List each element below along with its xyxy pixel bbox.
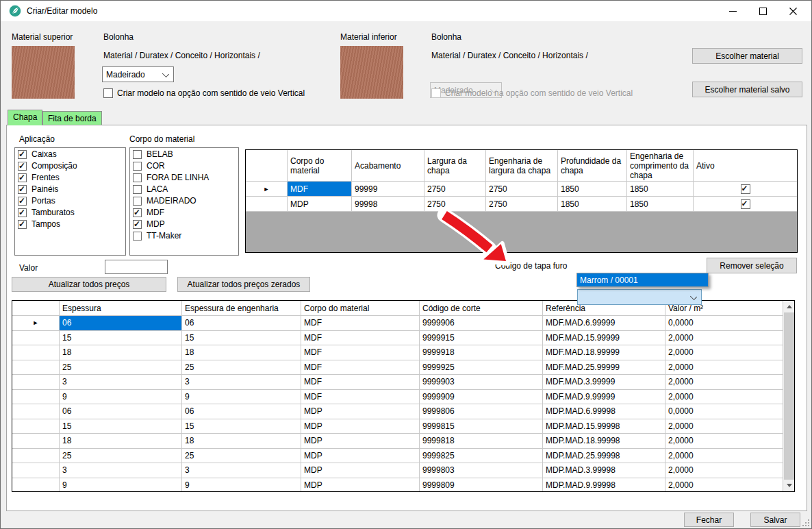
list-item[interactable]: Tamburatos (15, 206, 125, 218)
table-row[interactable]: ►0606MDF9999906MDF.MAD.6.999990,0000 (12, 316, 783, 331)
grid-cell[interactable]: 2,0000 (665, 345, 783, 360)
grid-cell[interactable]: MDF.MAD.25.99999 (543, 360, 665, 376)
grid-cell[interactable]: MDF (301, 345, 420, 360)
escolher-material-salvo-button[interactable]: Escolher material salvo (692, 82, 802, 97)
row-selector-cell[interactable] (12, 390, 60, 405)
material-inferior-swatch[interactable] (340, 46, 403, 99)
grid-cell[interactable]: 06 (60, 316, 182, 331)
grid-cell[interactable]: MDP.MAD.15.99998 (543, 419, 665, 434)
grid-cell[interactable]: MDF.MAD.15.99999 (543, 331, 665, 346)
grid-cell[interactable]: MDP (301, 404, 420, 419)
grid-cell[interactable]: 9999918 (420, 345, 543, 360)
grid-cell[interactable]: 2,0000 (665, 463, 783, 478)
grid-cell[interactable]: MDF (288, 182, 352, 197)
grid-cell[interactable]: 2,0000 (665, 434, 783, 449)
list-item[interactable]: Composição (15, 160, 125, 171)
column-header[interactable]: Corpo do material (301, 301, 420, 316)
tab-chapa[interactable]: Chapa (8, 110, 42, 125)
chapas-grid[interactable]: Corpo do materialAcabamentoLargura da ch… (245, 149, 798, 253)
table-row[interactable]: 1818MDP9999818MDP.MAD.18.999982,0000 (12, 434, 783, 449)
column-header[interactable]: Acabamento (352, 150, 424, 182)
grid-cell[interactable]: 9999825 (420, 449, 543, 464)
list-item[interactable]: MADEIRADO (130, 195, 238, 206)
atualizar-precos-button[interactable]: Atualizar todos preços (12, 277, 166, 292)
grid-cell[interactable]: 9999809 (420, 478, 543, 492)
grid-cell[interactable]: MDP.MAD.18.99998 (543, 434, 665, 449)
table-row[interactable]: 1515MDF9999915MDF.MAD.15.999992,0000 (12, 331, 783, 346)
grid-cell[interactable]: MDP (301, 434, 420, 449)
resize-grip-icon[interactable] (802, 519, 809, 526)
row-selector-cell[interactable] (12, 463, 60, 478)
row-selector-cell[interactable] (12, 360, 60, 376)
grid-cell[interactable]: 25 (60, 360, 182, 376)
row-selector-cell[interactable]: ► (12, 316, 60, 331)
precos-grid[interactable]: EspessuraEspessura de engenhariaCorpo do… (12, 300, 795, 492)
grid-cell[interactable]: 2,0000 (665, 360, 783, 376)
grid-cell[interactable]: MDP (301, 463, 420, 478)
row-selector-cell[interactable] (12, 449, 60, 464)
grid-cell[interactable]: 15 (60, 419, 182, 434)
grid-cell[interactable]: MDP.MAD.6.99998 (543, 404, 665, 419)
grid-cell[interactable]: MDP (301, 478, 420, 492)
column-header[interactable]: Largura da chapa (424, 150, 486, 182)
table-row[interactable]: 99MDP9999809MDP.MAD.9.999982,0000 (12, 478, 783, 492)
tab-fita-de-borda[interactable]: Fita de borda (42, 111, 102, 125)
grid-cell[interactable]: MDP.MAD.3.99998 (543, 463, 665, 478)
list-item[interactable]: COR (130, 160, 238, 171)
grid-cell[interactable]: 99999 (352, 182, 424, 197)
grid-cell[interactable]: MDF (301, 316, 420, 331)
dropdown-option-marrom[interactable]: Marrom / 00001 (577, 273, 708, 286)
atualizar-precos-zerados-button[interactable]: Atualizar todos preços zerados (177, 277, 310, 292)
list-item[interactable]: Painéis (15, 183, 125, 195)
grid-cell[interactable]: MDF.MAD.3.99999 (543, 375, 665, 390)
grid-cell[interactable]: MDF (301, 390, 420, 405)
grid-cell[interactable]: 99998 (352, 197, 424, 212)
finish-combobox[interactable]: Madeirado (102, 66, 174, 82)
row-selector-cell[interactable] (12, 419, 60, 434)
escolher-material-button[interactable]: Escolher material (692, 48, 802, 64)
grid-cell[interactable]: 9 (60, 478, 182, 492)
row-selector-cell[interactable] (246, 197, 288, 212)
grid-cell[interactable]: 15 (60, 331, 182, 346)
table-row[interactable]: 0606MDP9999806MDP.MAD.6.999980,0000 (12, 404, 783, 419)
grid-cell[interactable]: MDP (288, 197, 352, 212)
grid-cell[interactable]: MDF.MAD.6.99999 (543, 316, 665, 331)
table-row[interactable]: MDP999982750275018501850 (246, 197, 797, 212)
grid-cell[interactable]: 18 (60, 434, 182, 449)
grid-cell[interactable]: 2,0000 (665, 449, 783, 464)
grid-cell[interactable]: MDP (301, 419, 420, 434)
grid-cell[interactable]: MDF.MAD.9.99999 (543, 390, 665, 405)
grid-cell[interactable]: MDF (301, 375, 420, 390)
column-header[interactable]: Espessura de engenharia (182, 301, 301, 316)
grid-cell[interactable]: 06 (182, 404, 301, 419)
tapa-furo-combobox[interactable] (577, 289, 702, 305)
grid-cell[interactable]: 9999815 (420, 419, 543, 434)
grid-cell[interactable]: 9999903 (420, 375, 543, 390)
row-selector-cell[interactable] (12, 404, 60, 419)
grid-cell[interactable]: 2,0000 (665, 375, 783, 390)
grid-cell[interactable]: 2750 (486, 182, 558, 197)
column-header[interactable]: Profundidade da chapa (558, 150, 627, 182)
scrollbar-thumb[interactable] (784, 312, 794, 480)
row-selector-cell[interactable] (12, 434, 60, 449)
row-selector-cell[interactable] (12, 345, 60, 360)
grid-cell[interactable]: 9999906 (420, 316, 543, 331)
grid-cell[interactable]: 0,0000 (665, 316, 783, 331)
grid-cell[interactable]: 3 (60, 463, 182, 478)
table-row[interactable]: 2525MDF9999925MDF.MAD.25.999992,0000 (12, 360, 783, 376)
close-icon[interactable] (778, 1, 808, 21)
grid-cell[interactable]: 2,0000 (665, 331, 783, 346)
material-superior-swatch[interactable] (12, 46, 75, 99)
grid-cell[interactable]: 9999909 (420, 390, 543, 405)
aplicacao-checklist[interactable]: CaixasComposiçãoFrentesPainéisPortasTamb… (14, 147, 126, 256)
grid-cell[interactable]: 9 (182, 478, 301, 492)
grid-cell[interactable]: 18 (182, 345, 301, 360)
list-item[interactable]: TT-Maker (130, 230, 238, 241)
ativo-cell[interactable] (694, 197, 797, 212)
grid-cell[interactable]: 18 (60, 345, 182, 360)
list-item[interactable]: MDF (130, 206, 238, 218)
list-item[interactable]: BELAB (130, 148, 238, 160)
column-header[interactable]: Ativo (694, 150, 797, 182)
grid-cell[interactable]: 3 (182, 375, 301, 390)
salvar-button[interactable]: Salvar (750, 513, 800, 527)
